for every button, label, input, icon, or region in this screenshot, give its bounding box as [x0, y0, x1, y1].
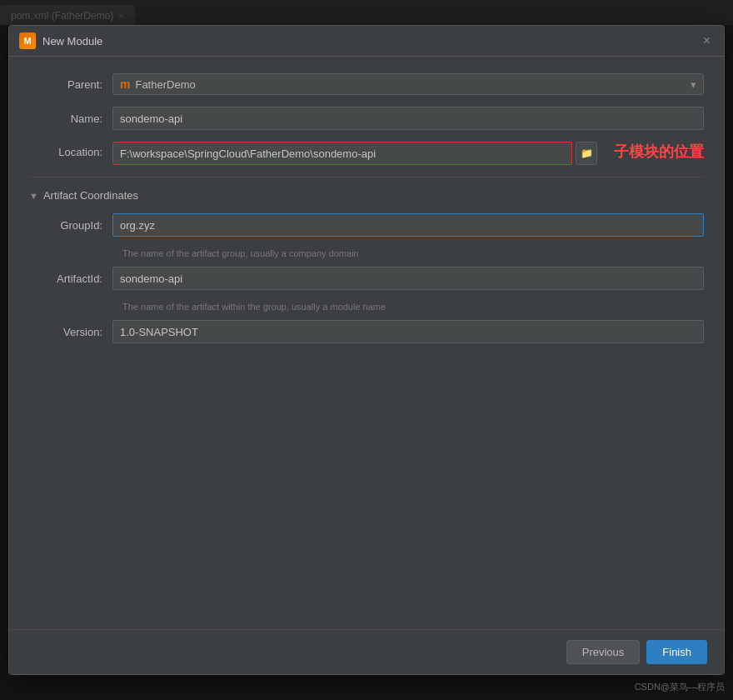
dialog-overlay: M New Module × Parent: m FatherDemo ▾	[0, 0, 733, 700]
artifactid-helper: The name of the artifact within the grou…	[112, 302, 704, 312]
version-control	[112, 320, 704, 343]
groupid-control	[112, 213, 704, 237]
location-input[interactable]	[112, 142, 572, 165]
name-control	[112, 107, 704, 130]
artifactid-control	[112, 267, 704, 290]
collapse-arrow-icon: ▼	[29, 191, 38, 201]
groupid-label: GroupId:	[29, 219, 112, 232]
dialog-icon: M	[19, 32, 36, 49]
name-row: Name:	[29, 107, 704, 130]
browse-button[interactable]: 📁	[576, 142, 597, 165]
groupid-helper: The name of the artifact group, usually …	[112, 248, 704, 258]
location-label: Location:	[29, 142, 112, 158]
parent-control: m FatherDemo ▾	[112, 73, 704, 95]
annotation-label: 子模块的位置	[614, 142, 704, 162]
section-label: Artifact Coordinates	[43, 189, 138, 202]
version-row: Version:	[29, 320, 704, 343]
dialog-title-text: New Module	[42, 35, 102, 48]
dialog-close-button[interactable]: ×	[700, 32, 714, 49]
parent-value: FatherDemo	[135, 78, 195, 91]
groupid-row: GroupId:	[29, 213, 704, 237]
parent-dropdown[interactable]: m FatherDemo ▾	[112, 73, 704, 95]
parent-label: Parent:	[29, 78, 112, 91]
watermark: CSDN@菜鸟—程序员	[635, 681, 725, 693]
new-module-dialog: M New Module × Parent: m FatherDemo ▾	[8, 25, 725, 675]
version-label: Version:	[29, 326, 112, 338]
name-input[interactable]	[112, 107, 704, 130]
dialog-title-left: M New Module	[19, 32, 102, 49]
artifactid-row: ArtifactId:	[29, 267, 704, 290]
groupid-input[interactable]	[112, 213, 704, 237]
name-label: Name:	[29, 112, 112, 125]
divider	[29, 177, 704, 178]
location-row: Location: 📁 子模块的位置	[29, 142, 704, 165]
maven-icon: m	[120, 78, 130, 91]
dialog-footer: Previous Finish	[9, 629, 724, 674]
location-control: 📁	[112, 142, 597, 165]
chevron-down-icon: ▾	[691, 78, 696, 91]
parent-row: Parent: m FatherDemo ▾	[29, 73, 704, 95]
artifact-section-header[interactable]: ▼ Artifact Coordinates	[29, 189, 704, 202]
artifactid-label: ArtifactId:	[29, 272, 112, 285]
dialog-titlebar: M New Module ×	[9, 26, 724, 57]
artifactid-input[interactable]	[112, 267, 704, 290]
dialog-body: Parent: m FatherDemo ▾ Name: Locati	[9, 57, 724, 629]
folder-icon: 📁	[581, 148, 593, 159]
previous-button[interactable]: Previous	[566, 640, 641, 664]
version-input[interactable]	[112, 320, 704, 343]
finish-button[interactable]: Finish	[646, 640, 707, 664]
location-wrapper: 📁	[112, 142, 597, 165]
